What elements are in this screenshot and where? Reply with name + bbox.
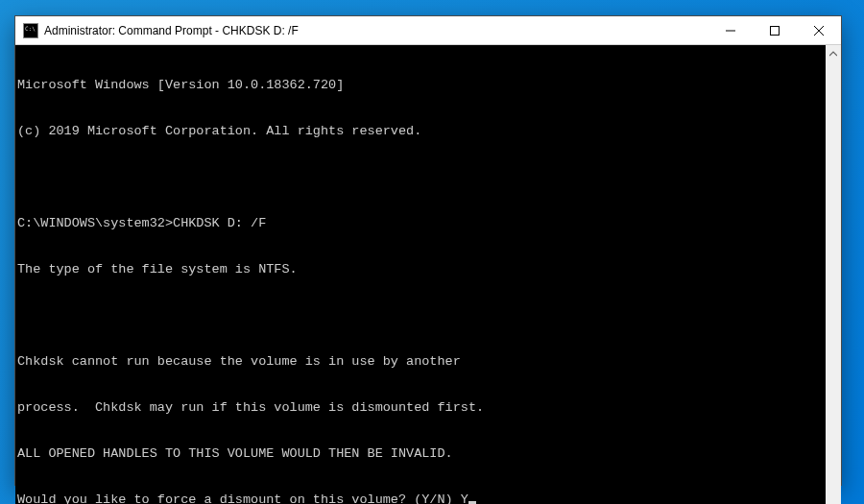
terminal-output[interactable]: Microsoft Windows [Version 10.0.18362.72… (15, 45, 826, 504)
terminal-line: C:\WINDOWS\system32>CHKDSK D: /F (17, 216, 826, 231)
chevron-up-icon (829, 50, 837, 58)
terminal-line: process. Chkdsk may run if this volume i… (17, 400, 826, 416)
terminal-line-text: Would you like to force a dismount on th… (17, 492, 468, 504)
client-area: Microsoft Windows [Version 10.0.18362.72… (15, 45, 841, 504)
terminal-prompt-line: Would you like to force a dismount on th… (17, 492, 826, 504)
terminal-line: The type of the file system is NTFS. (17, 262, 826, 277)
terminal-line: ALL OPENED HANDLES TO THIS VOLUME WOULD … (17, 446, 826, 462)
window-controls (708, 16, 841, 44)
titlebar[interactable]: Administrator: Command Prompt - CHKDSK D… (15, 16, 841, 45)
close-icon (814, 26, 824, 36)
scroll-up-button[interactable] (826, 45, 841, 61)
minimize-button[interactable] (708, 16, 753, 44)
maximize-button[interactable] (753, 16, 797, 44)
cmd-icon (23, 23, 38, 38)
terminal-line: (c) 2019 Microsoft Corporation. All righ… (17, 124, 826, 139)
vertical-scrollbar[interactable] (826, 45, 841, 504)
terminal-line: Chkdsk cannot run because the volume is … (17, 354, 826, 370)
window-title: Administrator: Command Prompt - CHKDSK D… (44, 24, 708, 37)
maximize-icon (770, 26, 780, 36)
scrollbar-thumb[interactable] (826, 61, 841, 504)
terminal-line (17, 170, 826, 185)
svg-rect-1 (771, 26, 780, 35)
scrollbar-track[interactable] (826, 61, 841, 504)
terminal-line (17, 308, 826, 324)
close-button[interactable] (797, 16, 841, 44)
terminal-line: Microsoft Windows [Version 10.0.18362.72… (17, 78, 826, 93)
minimize-icon (726, 26, 735, 36)
command-prompt-window: Administrator: Command Prompt - CHKDSK D… (14, 15, 842, 486)
